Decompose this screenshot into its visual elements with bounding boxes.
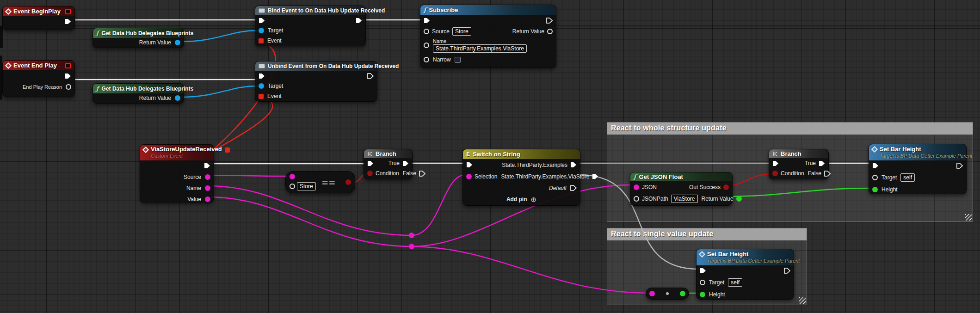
target-pin[interactable] (700, 280, 705, 285)
case-exec-pin[interactable] (592, 173, 598, 179)
default-label: Default (549, 185, 567, 191)
exec-in-pin[interactable] (466, 162, 473, 168)
node-branch-2[interactable]: Branch True Condition False (769, 149, 829, 179)
exec-out-pin[interactable] (956, 163, 963, 169)
target-pin[interactable] (259, 83, 264, 89)
equal-input-a-pin[interactable] (290, 174, 295, 179)
pin-label: Name (186, 185, 201, 191)
source-pin[interactable] (205, 174, 210, 180)
node-set-bar-height-1[interactable]: Set Bar Height Target is BP Data Getter … (869, 144, 967, 194)
node-set-bar-height-2[interactable]: Set Bar Height Target is BP Data Getter … (696, 249, 794, 300)
exec-in-pin[interactable] (872, 163, 879, 169)
selection-pin[interactable] (466, 174, 472, 179)
convert-input-pin[interactable] (649, 291, 655, 296)
height-pin[interactable] (872, 187, 878, 192)
node-branch-1[interactable]: Branch True Condition False (364, 149, 413, 179)
exec-in-pin[interactable] (259, 73, 265, 79)
name-pin[interactable] (205, 185, 210, 191)
node-subscribe[interactable]: ƒ Subscribe Source Store Return Value Na… (420, 5, 556, 68)
node-title: Get Data Hub Delegates Blueprints (102, 86, 194, 92)
equal-input-b-pin[interactable] (290, 184, 295, 189)
comment-resize-handle[interactable] (799, 297, 806, 304)
pin-label: False (403, 170, 416, 177)
return-value-pin[interactable] (547, 29, 553, 34)
target-input[interactable]: self (900, 173, 915, 182)
comment-title[interactable]: React to whole structure update (607, 123, 973, 135)
reroute-node-value (409, 244, 414, 249)
exec-out-pin[interactable] (546, 18, 553, 24)
exec-out-pin[interactable] (784, 268, 790, 274)
node-unbind-event[interactable]: Unbind Event from On Data Hub Update Rec… (255, 61, 377, 102)
event-delegate-pin[interactable] (259, 38, 264, 43)
exec-out-pin[interactable] (65, 73, 71, 79)
source-pin[interactable] (424, 29, 429, 34)
node-convert-string-to-float[interactable] (646, 288, 689, 300)
case-label: State.ThirdParty.Examples (502, 162, 567, 168)
equal-input-b-value[interactable]: Store (297, 182, 316, 190)
name-pin[interactable] (424, 43, 429, 48)
event-icon (5, 8, 12, 14)
event-icon (142, 147, 149, 153)
exec-out-pin[interactable] (356, 18, 362, 24)
node-switch-on-string[interactable]: Ɛ Switch on String State.ThirdParty.Exam… (462, 149, 580, 206)
case-label: State.ThirdParty.Examples.ViaStore (501, 173, 589, 180)
delegate-box-icon[interactable] (65, 9, 71, 14)
name-input[interactable]: State.ThirdParty.Examples.ViaStore (433, 44, 527, 53)
false-exec-pin[interactable] (824, 171, 831, 177)
target-pin[interactable] (259, 28, 264, 33)
comment-resize-handle[interactable] (965, 214, 972, 221)
node-equal-string[interactable]: Store == (285, 171, 355, 193)
node-get-json-float[interactable]: ƒ Get JSON Float JSON Out Success JSONPa… (630, 172, 733, 206)
exec-in-pin[interactable] (424, 18, 430, 24)
jsonpath-input[interactable]: ViaStore (671, 195, 698, 203)
convert-output-pin[interactable] (680, 291, 685, 296)
node-event-begin-play[interactable]: Event BeginPlay (2, 6, 75, 30)
blueprint-graph-canvas[interactable]: { "comments": { "whole_structure": { "ti… (0, 0, 980, 313)
return-value-pin[interactable] (175, 40, 180, 45)
delegate-out-pin[interactable] (225, 147, 230, 153)
delegate-box-icon[interactable] (65, 63, 71, 68)
reroute-node-name (409, 233, 414, 238)
end-play-reason-pin[interactable] (66, 84, 71, 90)
exec-out-pin[interactable] (367, 73, 374, 79)
node-event-end-play[interactable]: Event End Play End Play Reason (2, 60, 75, 97)
height-pin[interactable] (700, 292, 705, 297)
node-get-data-hub-delegates-2[interactable]: ƒ Get Data Hub Delegates Blueprints Retu… (92, 83, 184, 104)
wire-reroute1-to-selection (412, 175, 466, 235)
exec-out-pin[interactable] (204, 163, 210, 169)
return-value-pin[interactable] (736, 196, 742, 202)
node-via-store-update-received[interactable]: ViaStoreUpdateReceived Custom Event Sour… (140, 144, 214, 203)
jsonpath-pin[interactable] (634, 196, 639, 202)
narrow-pin[interactable] (424, 57, 429, 62)
node-bind-event[interactable]: Bind Event to On Data Hub Update Receive… (255, 6, 366, 46)
exec-in-pin[interactable] (700, 268, 706, 274)
value-pin[interactable] (205, 196, 210, 202)
return-value-pin[interactable] (175, 95, 180, 101)
narrow-checkbox[interactable] (455, 57, 461, 63)
event-icon (871, 146, 878, 153)
node-get-data-hub-delegates-1[interactable]: ƒ Get Data Hub Delegates Blueprints Retu… (92, 28, 184, 48)
case-exec-pin[interactable] (570, 162, 577, 168)
target-pin[interactable] (872, 175, 878, 180)
offscreen-node-sliver (0, 26, 3, 48)
out-success-pin[interactable] (723, 184, 729, 190)
condition-pin[interactable] (367, 171, 373, 176)
true-exec-pin[interactable] (819, 160, 825, 166)
add-pin-label[interactable]: Add pin (506, 196, 527, 203)
true-exec-pin[interactable] (402, 160, 409, 166)
pin-label: Target (268, 83, 283, 89)
add-pin-icon[interactable]: ⊕ (531, 196, 537, 203)
target-input[interactable]: self (728, 278, 742, 287)
default-exec-pin[interactable] (570, 185, 577, 191)
exec-in-pin[interactable] (772, 160, 779, 166)
exec-in-pin[interactable] (259, 18, 265, 24)
comment-title[interactable]: React to single value update (607, 228, 807, 240)
false-exec-pin[interactable] (419, 171, 425, 177)
exec-out-pin[interactable] (65, 18, 71, 25)
condition-pin[interactable] (772, 171, 778, 176)
event-delegate-pin[interactable] (259, 94, 264, 99)
source-input[interactable]: Store (452, 27, 471, 36)
equal-result-pin[interactable] (345, 179, 351, 185)
exec-in-pin[interactable] (367, 160, 374, 166)
json-pin[interactable] (634, 184, 639, 190)
